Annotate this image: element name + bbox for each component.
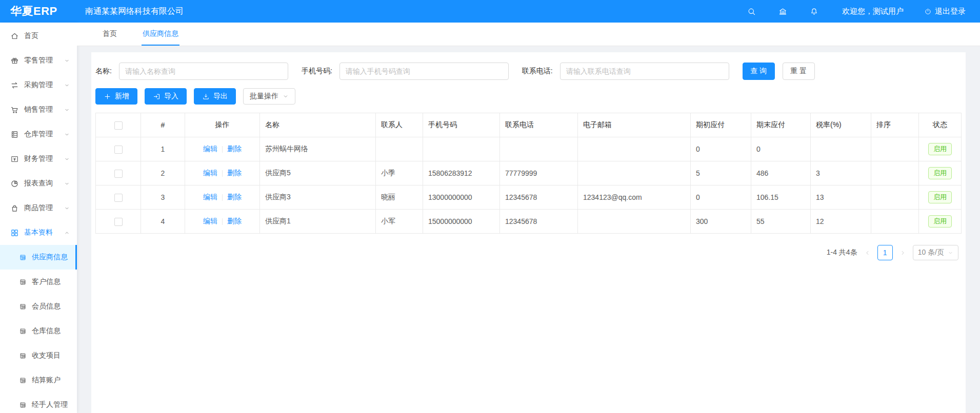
cell-mobile: 15806283912 <box>423 161 500 185</box>
cell-end-payable: 106.15 <box>751 185 811 210</box>
row-checkbox[interactable] <box>114 218 123 226</box>
prev-page-button[interactable] <box>864 250 871 256</box>
header-status: 状态 <box>919 113 962 137</box>
search-icon[interactable] <box>747 7 756 16</box>
row-checkbox[interactable] <box>114 170 123 178</box>
sidebar-item-goods[interactable]: 商品管理 <box>0 196 77 220</box>
header-end-payable: 期末应付 <box>751 113 811 137</box>
sidebar-item-member-info[interactable]: 会员信息 <box>0 294 77 319</box>
edit-link[interactable]: 编辑 <box>203 144 217 153</box>
sidebar-item-home[interactable]: 首页 <box>0 24 77 48</box>
delete-link[interactable]: 删除 <box>227 144 242 153</box>
status-badge: 启用 <box>928 191 952 203</box>
sidebar-item-sales[interactable]: 销售管理 <box>0 97 77 122</box>
export-button[interactable]: 导出 <box>194 88 236 105</box>
delete-link[interactable]: 删除 <box>227 193 242 201</box>
cell-name: 苏州蜗牛网络 <box>260 137 376 161</box>
edit-link[interactable]: 编辑 <box>203 193 217 201</box>
sidebar-item-label: 财务管理 <box>24 154 64 163</box>
cell-email <box>578 137 691 161</box>
cell-contact <box>376 137 423 161</box>
row-checkbox[interactable] <box>114 194 123 202</box>
cart-icon <box>10 106 19 114</box>
export-button-label: 导出 <box>213 92 228 101</box>
table-icon <box>19 327 27 335</box>
sidebar-item-label: 报表查询 <box>24 179 64 188</box>
page-number-button[interactable]: 1 <box>877 245 893 260</box>
logout-button[interactable]: 退出登录 <box>924 7 966 16</box>
cell-sort <box>871 137 919 161</box>
grid-icon <box>10 229 19 237</box>
tab-supplier-info[interactable]: 供应商信息 <box>142 23 179 46</box>
chevron-down-icon <box>64 132 70 137</box>
add-button[interactable]: 新增 <box>95 88 137 105</box>
sidebar-item-label: 供应商信息 <box>32 253 68 262</box>
cell-end-payable: 55 <box>751 210 811 234</box>
phone-filter-input[interactable] <box>560 63 729 80</box>
cell-operation: 编辑删除 <box>185 161 260 185</box>
delete-link[interactable]: 删除 <box>227 169 242 177</box>
mobile-filter-input[interactable] <box>339 63 509 80</box>
chevron-down-icon <box>64 205 70 211</box>
search-button[interactable]: 查 询 <box>743 63 775 80</box>
next-page-button[interactable] <box>899 250 906 256</box>
name-filter-input[interactable] <box>119 63 288 80</box>
edit-link[interactable]: 编辑 <box>203 217 217 225</box>
sidebar-item-warehouse[interactable]: 仓库管理 <box>0 122 77 147</box>
main-area: 首页 供应商信息 名称: 手机号码: 联系电话: 查 询 重 置 <box>77 23 980 413</box>
sidebar-item-label: 收支项目 <box>32 351 61 360</box>
header-tax-rate: 税率(%) <box>811 113 871 137</box>
cell-phone <box>500 137 578 161</box>
logout-label: 退出登录 <box>935 7 966 16</box>
delete-link[interactable]: 删除 <box>227 217 242 225</box>
sidebar-item-warehouse-info[interactable]: 仓库信息 <box>0 319 77 343</box>
header-contact: 联系人 <box>376 113 423 137</box>
row-checkbox[interactable] <box>114 146 123 154</box>
sidebar-item-basic-data[interactable]: 基本资料 <box>0 220 77 245</box>
sidebar-item-supplier-info[interactable]: 供应商信息 <box>0 245 77 270</box>
table-icon <box>19 401 27 409</box>
chevron-down-icon <box>64 82 70 88</box>
bag-icon <box>10 204 19 213</box>
sidebar-item-handler-management[interactable]: 经手人管理 <box>0 393 77 413</box>
sidebar-item-label: 采购管理 <box>24 80 64 90</box>
cell-checkbox <box>96 161 141 185</box>
topbar-right: 欢迎您，测试用户 退出登录 <box>725 7 980 16</box>
cell-phone: 77779999 <box>500 161 578 185</box>
cell-tax-rate <box>811 137 871 161</box>
sidebar-item-label: 商品管理 <box>24 203 64 213</box>
cell-sort <box>871 185 919 210</box>
edit-link[interactable]: 编辑 <box>203 169 217 177</box>
plus-icon <box>104 93 111 100</box>
sidebar-item-retail[interactable]: 零售管理 <box>0 48 77 73</box>
cell-sort <box>871 210 919 234</box>
chevron-down-icon <box>283 93 289 99</box>
page-size-select[interactable]: 10 条/页 <box>913 245 958 260</box>
sidebar-item-reports[interactable]: 报表查询 <box>0 171 77 196</box>
sidebar-item-settlement-account[interactable]: 结算账户 <box>0 368 77 393</box>
cell-status: 启用 <box>919 161 962 185</box>
table-row: 3 编辑删除 供应商3 晓丽 13000000000 12345678 1234… <box>96 185 962 210</box>
tab-home[interactable]: 首页 <box>102 23 118 46</box>
logout-icon <box>924 8 932 15</box>
chevron-down-icon <box>64 181 70 187</box>
sidebar-item-income-expense[interactable]: 收支项目 <box>0 343 77 368</box>
sidebar-item-finance[interactable]: 财务管理 <box>0 147 77 171</box>
sidebar-item-label: 经手人管理 <box>32 400 68 409</box>
cell-index: 3 <box>141 185 185 210</box>
money-icon <box>10 155 19 163</box>
cell-phone: 12345678 <box>500 210 578 234</box>
cell-begin-payable: 0 <box>691 137 751 161</box>
mobile-filter-label: 手机号码: <box>302 67 332 76</box>
reset-button[interactable]: 重 置 <box>783 63 815 80</box>
sidebar-item-customer-info[interactable]: 客户信息 <box>0 270 77 294</box>
bell-icon[interactable] <box>810 7 818 16</box>
batch-operation-button[interactable]: 批量操作 <box>243 88 295 105</box>
cell-contact: 小季 <box>376 161 423 185</box>
select-all-checkbox[interactable] <box>114 121 123 130</box>
import-button[interactable]: 导入 <box>145 88 187 105</box>
sidebar-item-purchase[interactable]: 采购管理 <box>0 73 77 97</box>
bank-icon[interactable] <box>778 7 787 16</box>
supplier-panel: 名称: 手机号码: 联系电话: 查 询 重 置 新增 <box>91 52 966 413</box>
chevron-up-icon <box>64 230 70 236</box>
